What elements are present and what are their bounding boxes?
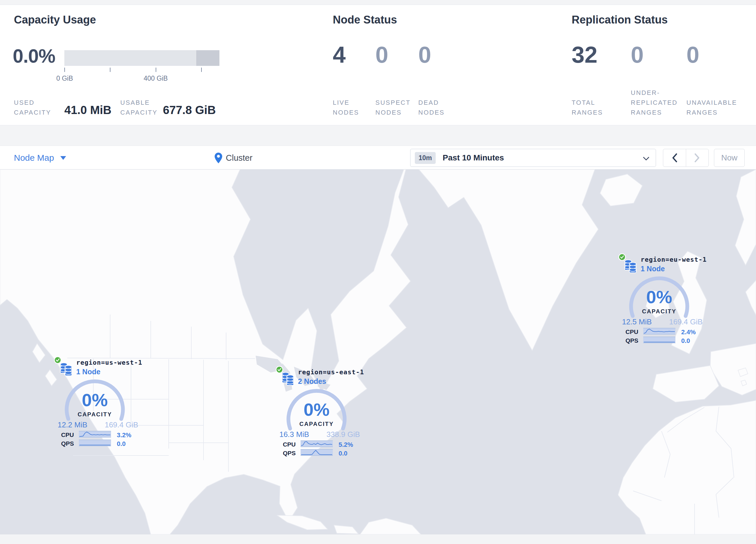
chevron-down-icon (643, 157, 649, 161)
live-nodes-count: 4 (333, 41, 346, 68)
total-ranges-count: 32 (572, 41, 597, 68)
view-selector-label: Node Map (14, 153, 54, 163)
qps-value: 0.0 (681, 337, 690, 345)
used-capacity-value: 12.2 MiB (55, 420, 90, 429)
capacity-gauge-label: CAPACITY (288, 421, 346, 427)
time-range-label: Past 10 Minutes (443, 153, 504, 162)
axis-tick-label: 0 GiB (56, 75, 73, 82)
qps-sparkline (79, 440, 111, 446)
qps-sparkline (301, 449, 333, 456)
axis-tick (110, 68, 110, 72)
now-button[interactable]: Now (714, 149, 745, 167)
live-nodes-label: LIVENODES (333, 98, 359, 117)
axis-tick (201, 68, 202, 72)
node-count-label: 2 Nodes (298, 377, 326, 386)
capacity-axis: 0 GiB 400 GiB (64, 68, 219, 85)
cpu-sparkline (79, 431, 111, 438)
database-stack-icon (59, 361, 73, 376)
node-count-label: 1 Node (76, 368, 100, 376)
time-prev-button[interactable] (663, 149, 686, 166)
view-selector-dropdown[interactable]: Node Map (14, 146, 66, 170)
axis-tick (64, 68, 65, 72)
used-capacity-value: 12.5 MiB (620, 318, 654, 327)
axis-tick (156, 68, 156, 72)
location-pin-icon (215, 153, 222, 163)
time-range-arrows (663, 149, 709, 167)
unavailable-ranges-count: 0 (686, 41, 699, 68)
breadcrumb-label: Cluster (226, 153, 252, 163)
total-ranges-label: TOTALRANGES (572, 98, 603, 117)
cpu-sparkline (643, 328, 675, 335)
used-capacity-value: 16.3 MiB (277, 430, 311, 439)
capacity-gauge-label: CAPACITY (66, 411, 124, 418)
breadcrumb[interactable]: Cluster (215, 146, 252, 170)
time-range-select[interactable]: 10m Past 10 Minutes (410, 149, 656, 167)
used-capacity-label: USEDCAPACITY (14, 98, 51, 117)
qps-label: QPS (275, 450, 296, 457)
cluster-summary-panel: Capacity Usage 0.0% 0 GiB 400 GiB USEDCA… (0, 5, 756, 125)
cpu-label: CPU (618, 329, 638, 336)
total-capacity-value: 338.9 GiB (326, 430, 361, 439)
time-range-badge: 10m (415, 152, 436, 164)
cpu-value: 3.2% (117, 431, 131, 439)
used-capacity-value: 41.0 MiB (64, 104, 111, 117)
map-toolbar: Node Map Cluster 10m Past 10 Minutes Now (0, 146, 756, 169)
chevron-right-icon (694, 153, 700, 162)
capacity-percent: 0% (66, 390, 124, 410)
capacity-usage-title: Capacity Usage (14, 14, 96, 26)
dead-nodes-count: 0 (418, 41, 431, 68)
region-label: region=eu-west-1 (641, 256, 707, 263)
under-replicated-label: UNDER-REPLICATEDRANGES (631, 88, 678, 117)
qps-sparkline (643, 337, 675, 343)
suspect-nodes-count: 0 (375, 41, 388, 68)
usable-capacity-label: USABLECAPACITY (120, 98, 157, 117)
capacity-percent: 0% (630, 287, 688, 307)
capacity-bar-unusable-segment (196, 50, 219, 66)
capacity-bar (64, 50, 219, 66)
region-label: region=us-west-1 (76, 359, 142, 366)
region-marker-eu-west-1[interactable]: region=eu-west-1 1 Node 0% CAPACITY 12.5… (618, 252, 703, 348)
total-capacity-value: 169.4 GiB (668, 318, 703, 327)
database-stack-icon (281, 371, 295, 386)
database-stack-icon (624, 258, 637, 273)
dead-nodes-label: DEADNODES (418, 98, 445, 117)
qps-label: QPS (54, 440, 74, 447)
capacity-percent: 0% (288, 399, 346, 420)
capacity-gauge-label: CAPACITY (630, 308, 688, 315)
qps-value: 0.0 (339, 450, 348, 457)
cpu-value: 5.2% (339, 441, 353, 449)
suspect-nodes-label: SUSPECTNODES (375, 98, 410, 117)
axis-tick-label: 400 GiB (143, 75, 168, 82)
region-marker-us-west-1[interactable]: region=us-west-1 1 Node 0% CAPACITY 12.2… (54, 356, 138, 451)
node-map: region=us-west-1 1 Node 0% CAPACITY 12.2… (0, 169, 756, 534)
cpu-sparkline (301, 440, 333, 447)
cpu-value: 2.4% (681, 329, 696, 336)
cpu-label: CPU (54, 431, 74, 438)
replication-status-title: Replication Status (572, 14, 668, 26)
qps-label: QPS (618, 337, 638, 344)
region-marker-us-east-1[interactable]: region=us-east-1 2 Nodes 0% CAPACITY 16.… (275, 365, 360, 461)
node-status-title: Node Status (333, 14, 397, 26)
chevron-down-icon (60, 156, 66, 160)
usable-capacity-value: 677.8 GiB (163, 104, 216, 117)
time-next-button[interactable] (686, 149, 709, 166)
qps-value: 0.0 (117, 440, 126, 448)
cpu-label: CPU (275, 441, 296, 448)
region-label: region=us-east-1 (298, 369, 364, 376)
chevron-left-icon (672, 153, 677, 162)
unavailable-ranges-label: UNAVAILABLERANGES (686, 98, 737, 117)
total-capacity-value: 169.4 GiB (104, 420, 139, 429)
under-replicated-count: 0 (631, 41, 644, 68)
node-count-label: 1 Node (641, 264, 665, 273)
world-map-graphic (0, 169, 756, 534)
capacity-percent: 0.0% (13, 45, 55, 67)
